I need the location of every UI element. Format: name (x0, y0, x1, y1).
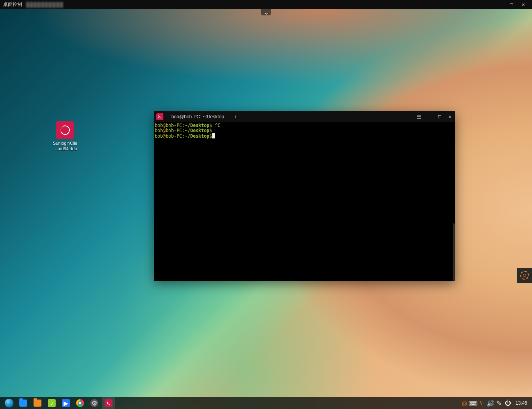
minimize-button[interactable] (494, 1, 505, 9)
remote-window-titlebar: 桌面控制 ██████████ (0, 0, 532, 9)
video-icon: ▶ (62, 399, 70, 407)
music-icon: ♪ (48, 399, 56, 407)
sunlogin-side-widget[interactable] (517, 268, 532, 283)
taskbar-app-chrome[interactable] (73, 397, 87, 409)
launcher-icon (5, 399, 13, 407)
taskbar-app-settings[interactable]: ⚙ (88, 397, 101, 409)
svg-rect-1 (510, 3, 513, 6)
svg-rect-3 (438, 116, 441, 118)
terminal-window[interactable]: bob@bob-PC: ~/Desktop + bob@bob-PC:~/Des… (154, 111, 455, 281)
terminal-app-icon (156, 113, 163, 120)
terminal-close-button[interactable] (445, 112, 455, 121)
tray-usb[interactable]: ⑂ (478, 400, 485, 407)
terminal-cursor (212, 133, 215, 138)
toolbar-drop-tab[interactable]: ⌄ (261, 9, 271, 15)
taskbar-app-music[interactable]: ♪ (45, 397, 58, 409)
maximize-button[interactable] (506, 1, 517, 9)
terminal-maximize-button[interactable] (435, 112, 445, 121)
terminal-tab-title[interactable]: bob@bob-PC: ~/Desktop (171, 114, 224, 120)
close-button[interactable] (518, 1, 529, 9)
app-store-icon (34, 400, 41, 407)
file-manager-icon (19, 400, 27, 407)
terminal-icon (105, 399, 112, 407)
tray-power[interactable]: ⏻ (504, 400, 511, 407)
taskbar-app-file-manager[interactable] (17, 397, 30, 409)
taskbar-clock[interactable]: 13:46 (515, 400, 527, 406)
taskbar-app-video[interactable]: ▶ (59, 397, 73, 409)
terminal-minimize-button[interactable] (424, 112, 435, 121)
desktop-icon-label: SunloginClie (49, 141, 81, 146)
remote-desktop[interactable]: ⌄ SunloginClie …md64.deb bob@bob-PC: ~/D… (0, 9, 532, 409)
terminal-titlebar[interactable]: bob@bob-PC: ~/Desktop + (154, 111, 455, 122)
chrome-icon (76, 399, 84, 407)
terminal-scrollbar[interactable] (453, 223, 455, 281)
taskbar: ♪▶⚙ ◎⌨⑂🔊✎⏻13:46 (0, 397, 532, 409)
terminal-line: bob@bob-PC:~/Desktop$ (155, 133, 454, 139)
terminal-menu-button[interactable] (414, 112, 424, 121)
tray-edit[interactable]: ✎ (496, 400, 503, 407)
remote-window-title: 桌面控制 (3, 1, 22, 8)
remote-session-id: ██████████ (26, 2, 64, 7)
gear-icon (520, 271, 529, 280)
chevron-down-icon: ⌄ (264, 9, 269, 16)
desktop-icon-sunlogin-deb[interactable]: SunloginClie …md64.deb (49, 121, 81, 152)
terminal-new-tab-button[interactable]: + (232, 113, 239, 120)
taskbar-app-launcher[interactable] (2, 397, 16, 409)
tray-keyboard-layout[interactable]: ⌨ (470, 400, 477, 407)
taskbar-app-app-store[interactable] (31, 397, 44, 409)
debian-package-icon (56, 121, 74, 139)
desktop-icon-label: …md64.deb (49, 146, 81, 152)
tray-sunlogin-tray[interactable]: ◎ (461, 400, 468, 407)
taskbar-app-terminal[interactable] (102, 397, 115, 409)
terminal-body[interactable]: bob@bob-PC:~/Desktop$ ^Cbob@bob-PC:~/Des… (154, 122, 455, 281)
settings-icon: ⚙ (90, 399, 98, 407)
terminal-line: bob@bob-PC:~/Desktop$ (155, 128, 454, 133)
svg-rect-2 (428, 117, 431, 117)
svg-rect-0 (498, 5, 501, 5)
tray-volume[interactable]: 🔊 (487, 400, 494, 407)
